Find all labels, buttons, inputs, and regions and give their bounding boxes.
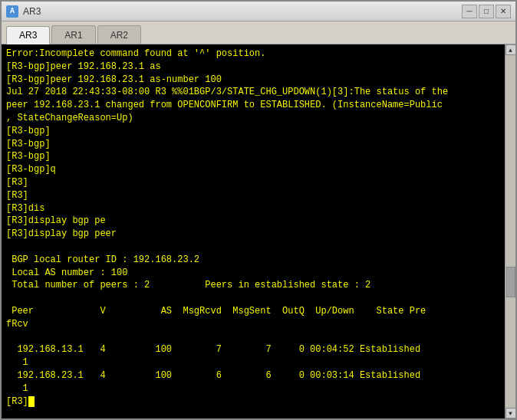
- scroll-thumb[interactable]: [506, 267, 515, 297]
- scrollbar[interactable]: ▲ ▼: [505, 44, 515, 418]
- tab-ar3[interactable]: AR3: [6, 26, 50, 44]
- main-window: A AR3 ─ □ ✕ AR3AR1AR2 Error:Incomplete c…: [0, 0, 517, 420]
- terminal-cursor: [28, 396, 35, 407]
- tab-bar: AR3AR1AR2: [2, 21, 515, 44]
- tab-ar2[interactable]: AR2: [97, 25, 141, 44]
- maximize-button[interactable]: □: [479, 5, 494, 18]
- terminal-container: Error:Incomplete command found at '^' po…: [2, 44, 515, 418]
- scroll-up-button[interactable]: ▲: [505, 44, 516, 55]
- title-controls: ─ □ ✕: [462, 5, 511, 18]
- tab-ar1[interactable]: AR1: [51, 25, 95, 44]
- scroll-down-button[interactable]: ▼: [505, 408, 516, 418]
- title-bar-left: A AR3: [6, 5, 41, 18]
- minimize-button[interactable]: ─: [462, 5, 477, 18]
- window-title: AR3: [23, 6, 41, 17]
- title-bar: A AR3 ─ □ ✕: [2, 2, 515, 21]
- close-button[interactable]: ✕: [496, 5, 511, 18]
- terminal-output[interactable]: Error:Incomplete command found at '^' po…: [2, 44, 505, 418]
- app-icon: A: [6, 5, 18, 18]
- scroll-track[interactable]: [505, 55, 515, 408]
